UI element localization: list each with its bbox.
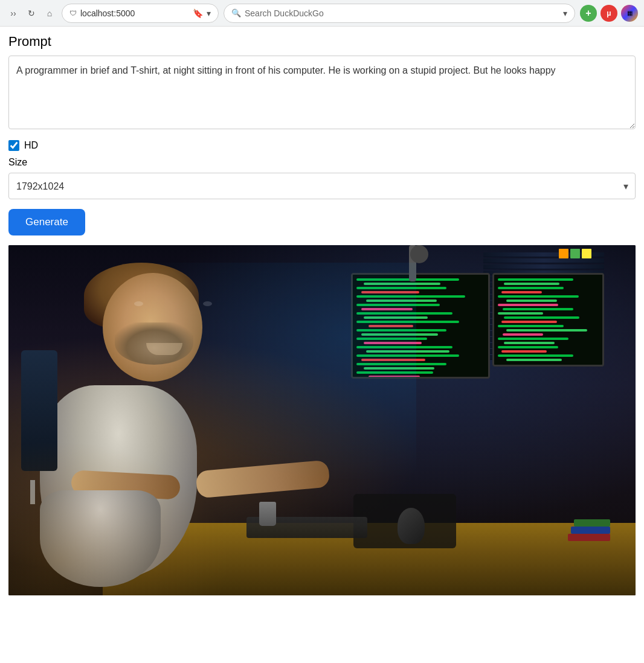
sticky-notes: [559, 249, 591, 258]
search-chevron-icon: ▾: [563, 8, 567, 18]
shield-icon: 🛡: [69, 9, 77, 18]
browser-chrome: ›› ↻ ⌂ 🛡 localhost:5000 🔖 ▾ 🔍 Search Duc…: [0, 0, 644, 27]
bookmark-icon: 🔖: [193, 8, 203, 18]
generate-button[interactable]: Generate: [8, 209, 85, 235]
size-select-wrapper: 1024x1024 1792x1024 1024x1792 ▾: [8, 173, 636, 199]
blind-slat: [483, 264, 604, 269]
prompt-label: Prompt: [8, 34, 636, 50]
size-label: Size: [8, 157, 636, 168]
reload-icon[interactable]: ↻: [24, 6, 39, 21]
search-icon: 🔍: [231, 8, 241, 18]
sticky-note-yellow: [582, 249, 591, 258]
url-text: localhost:5000: [80, 8, 135, 18]
more-pages-icon[interactable]: ››: [6, 6, 21, 21]
sticky-note-orange: [559, 249, 568, 258]
monitor-right: [492, 273, 604, 367]
sticky-note-green: [570, 249, 580, 258]
book-3: [574, 519, 610, 527]
extension-green-icon[interactable]: +: [580, 5, 597, 22]
prompt-textarea[interactable]: A programmer in brief and T-shirt, at ni…: [8, 56, 636, 129]
hd-checkbox[interactable]: [8, 140, 19, 151]
image-canvas: [8, 245, 636, 595]
search-placeholder: Search DuckDuckGo: [245, 8, 324, 18]
book-1: [568, 534, 610, 541]
mouse: [398, 508, 425, 544]
code-right: [494, 275, 602, 365]
home-icon[interactable]: ⌂: [42, 6, 57, 21]
extension-icons: + μ ▦: [580, 5, 638, 22]
page-content: Prompt A programmer in brief and T-shirt…: [0, 27, 644, 603]
hd-row: HD: [8, 140, 636, 151]
extension-red-icon[interactable]: μ: [601, 5, 617, 22]
generated-image: [8, 245, 636, 595]
nav-icons: ›› ↻ ⌂: [6, 6, 57, 21]
warm-ambient: [8, 420, 259, 595]
chevron-down-icon: ▾: [207, 8, 211, 18]
extension-colorful-icon[interactable]: ▦: [621, 5, 638, 22]
hd-label: HD: [24, 140, 38, 151]
address-bar[interactable]: 🛡 localhost:5000 🔖 ▾: [62, 4, 219, 23]
book-2: [571, 527, 610, 534]
size-select[interactable]: 1024x1024 1792x1024 1024x1792: [8, 173, 636, 199]
blind-slat: [483, 258, 604, 263]
search-bar[interactable]: 🔍 Search DuckDuckGo ▾: [224, 4, 575, 23]
